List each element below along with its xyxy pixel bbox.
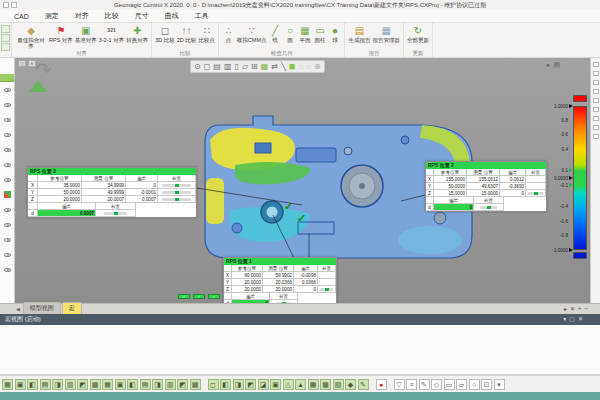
ribbon-button-最佳拟合对齐[interactable]: ◆最佳拟合对齐 bbox=[15, 24, 47, 49]
visibility-toggle-row[interactable] bbox=[0, 142, 14, 157]
macro-tool-icon[interactable]: ▤ bbox=[40, 379, 51, 390]
visibility-toggle-row[interactable] bbox=[0, 82, 14, 97]
macro-tool-icon[interactable]: ▥ bbox=[65, 379, 76, 390]
macro-tool-icon[interactable]: ▦ bbox=[102, 379, 113, 390]
macro-tool-icon[interactable]: ◨ bbox=[152, 379, 163, 390]
visibility-toggle-row[interactable] bbox=[0, 247, 14, 262]
ribbon-button-球[interactable]: ●球 bbox=[328, 24, 341, 43]
macro-tool-icon[interactable]: △ bbox=[283, 379, 294, 390]
visibility-toggle-row[interactable] bbox=[0, 112, 14, 127]
macro-tool-icon[interactable]: ◧ bbox=[27, 379, 38, 390]
ribbon-button-生成报告[interactable]: ▤生成报告 bbox=[348, 24, 370, 43]
rps-annotation-table[interactable]: RPS 位置 1参考位置测量 位置偏差检查X60.000059.9902-0.0… bbox=[223, 257, 337, 303]
macro-tool-icon[interactable]: ◻ bbox=[208, 379, 219, 390]
macro-tool-icon[interactable]: ▤ bbox=[140, 379, 151, 390]
ribbon-button-圆[interactable]: ○圆 bbox=[283, 24, 296, 43]
tab-control-icon[interactable]: + bbox=[578, 305, 582, 312]
macro-tool-icon[interactable]: ▦ bbox=[2, 379, 13, 390]
visibility-toggle-row[interactable] bbox=[0, 232, 14, 247]
tab-scroll-left-icon[interactable]: ◀ bbox=[16, 306, 20, 312]
menu-item-比较[interactable]: 比较 bbox=[97, 11, 127, 21]
ribbon-button-3D-比较[interactable]: ◻3D 比较 bbox=[155, 24, 175, 43]
mini-tool-icon[interactable] bbox=[1, 43, 10, 51]
macro-tool-icon[interactable]: ▽ bbox=[394, 379, 405, 390]
macro-tool-icon[interactable]: ◨ bbox=[233, 379, 244, 390]
macro-tool-icon[interactable]: ◧ bbox=[127, 379, 138, 390]
tab-control-icon[interactable]: − bbox=[584, 305, 588, 312]
macro-tool-icon[interactable]: ▣ bbox=[15, 379, 26, 390]
tab-control-icon[interactable]: ▸ bbox=[564, 305, 567, 312]
menu-item-cad[interactable]: CAD bbox=[6, 13, 37, 20]
macro-tool-icon[interactable]: ◪ bbox=[258, 379, 269, 390]
ribbon-button-圆柱[interactable]: ▭圆柱 bbox=[313, 24, 326, 43]
macro-tool-icon[interactable]: ⊡ bbox=[481, 379, 492, 390]
colorbar-black-marker[interactable] bbox=[569, 176, 573, 180]
macro-tool-icon[interactable]: ✎ bbox=[419, 379, 430, 390]
macro-tool-icon[interactable]: ○ bbox=[469, 379, 480, 390]
menu-item-曲线[interactable]: 曲线 bbox=[157, 11, 187, 21]
macro-tool-icon[interactable]: ◇ bbox=[431, 379, 442, 390]
visibility-toggle-row[interactable] bbox=[0, 97, 14, 112]
visibility-toggle-row[interactable] bbox=[0, 262, 14, 277]
visibility-toggle-row[interactable] bbox=[0, 217, 14, 232]
tab-control-icon[interactable]: ✕ bbox=[570, 305, 575, 312]
macro-tool-icon[interactable]: ▦ bbox=[308, 379, 319, 390]
colorbar-green-marker[interactable] bbox=[569, 168, 573, 172]
visibility-toggle-row[interactable] bbox=[0, 202, 14, 217]
macro-tool-icon[interactable]: ▧ bbox=[333, 379, 344, 390]
macro-tool-icon[interactable]: ◧ bbox=[220, 379, 231, 390]
ribbon-button-模拟CMM点[interactable]: ∵模拟CMM点 bbox=[237, 24, 267, 43]
macro-panel-body[interactable] bbox=[0, 325, 600, 375]
bottom-tab-模型视图[interactable]: 模型视图 bbox=[23, 302, 61, 314]
macro-tool-icon[interactable]: ▭ bbox=[444, 379, 455, 390]
ribbon-button-2D-比较[interactable]: ↑↑2D 比较 bbox=[177, 24, 197, 43]
colorbar-black-marker[interactable] bbox=[569, 248, 573, 252]
viewport-3d[interactable]: ▢ ✕ ↷ ⊙◻▤▥▯▱⊞▦⇄╲◼◌◌⊕ ▸▤ bbox=[15, 58, 590, 303]
visibility-toggle-row[interactable] bbox=[0, 172, 14, 187]
ribbon-button-线[interactable]: ╱线 bbox=[268, 24, 281, 43]
bottom-tab-宏[interactable]: 宏 bbox=[62, 302, 82, 314]
ribbon-button-RPS-对齐[interactable]: ⚑RPS 对齐 bbox=[49, 24, 73, 43]
macro-tool-icon[interactable]: ◩ bbox=[77, 379, 88, 390]
macro-tool-icon[interactable]: ▱ bbox=[456, 379, 467, 390]
macro-tool-icon[interactable]: ✎ bbox=[358, 379, 369, 390]
menu-item-测定[interactable]: 测定 bbox=[37, 11, 67, 21]
macro-tool-icon[interactable]: ▩ bbox=[190, 379, 201, 390]
macro-tool-icon[interactable]: ▾ bbox=[494, 379, 505, 390]
colorbar-green-marker[interactable] bbox=[569, 183, 573, 187]
menu-item-尺寸[interactable]: 尺寸 bbox=[127, 11, 157, 21]
record-macro-icon[interactable]: ● bbox=[376, 379, 387, 390]
rps-annotation-table[interactable]: RPS 位置 3参考位置测量 位置偏差检查X35.000034.99990Y50… bbox=[27, 167, 197, 218]
macro-tool-icon[interactable]: ◩ bbox=[177, 379, 188, 390]
tree-selected-row[interactable] bbox=[0, 74, 14, 82]
menu-item-工具[interactable]: 工具 bbox=[187, 11, 217, 21]
visibility-toggle-row[interactable] bbox=[0, 127, 14, 142]
visibility-toggle-row[interactable] bbox=[0, 187, 14, 202]
ribbon-button-基准对齐[interactable]: ▣基准对齐 bbox=[75, 24, 97, 43]
macro-tool-icon[interactable]: ◆ bbox=[345, 379, 356, 390]
macro-panel-header[interactable]: 宏视图 (启动) ▾▢✕ bbox=[0, 314, 600, 325]
menu-item-对齐[interactable]: 对齐 bbox=[67, 11, 97, 21]
visibility-toggle-row[interactable] bbox=[0, 157, 14, 172]
ribbon-button-比较点[interactable]: ∷比较点 bbox=[198, 24, 215, 43]
macro-tool-icon[interactable]: ▩ bbox=[90, 379, 101, 390]
macro-tool-icon[interactable]: ▣ bbox=[270, 379, 281, 390]
ribbon-button-报告管理器[interactable]: ▦报告管理器 bbox=[372, 24, 400, 43]
ribbon-button-3-2-1-对齐[interactable]: 3213-2-1 对齐 bbox=[99, 24, 124, 43]
macro-tool-icon[interactable]: ≡ bbox=[406, 379, 417, 390]
mini-tool-icon[interactable] bbox=[1, 25, 10, 33]
table-cell: 59.9902 bbox=[263, 272, 294, 279]
ribbon-button-平面[interactable]: ▦平面 bbox=[298, 24, 311, 43]
macro-tool-icon[interactable]: ▣ bbox=[115, 379, 126, 390]
ribbon-button-点[interactable]: ∴点 bbox=[222, 24, 235, 43]
ribbon-button-转换对齐[interactable]: ✚转换对齐 bbox=[126, 24, 148, 43]
mini-tool-icon[interactable] bbox=[1, 34, 10, 42]
rps-annotation-table[interactable]: RPS 位置 2参考位置测量 位置偏差检查X155.0000155.06120.… bbox=[425, 161, 547, 212]
macro-tool-icon[interactable]: ◩ bbox=[245, 379, 256, 390]
colorbar-black-marker[interactable] bbox=[569, 104, 573, 108]
ribbon-button-全部更新[interactable]: ↻全部更新 bbox=[407, 24, 429, 43]
macro-tool-icon[interactable]: ▥ bbox=[165, 379, 176, 390]
macro-tool-icon[interactable]: ▲ bbox=[295, 379, 306, 390]
macro-tool-icon[interactable]: ▩ bbox=[320, 379, 331, 390]
macro-tool-icon[interactable]: ◨ bbox=[52, 379, 63, 390]
